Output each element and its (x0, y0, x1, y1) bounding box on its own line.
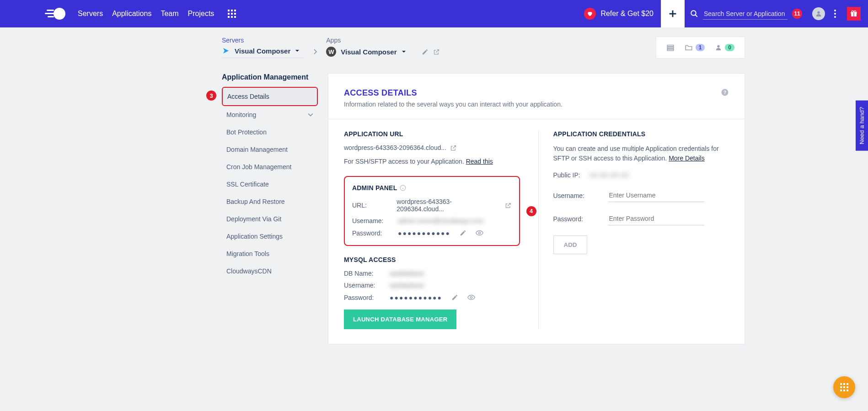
sidebar-item-access-details[interactable]: Access Details (222, 87, 318, 106)
svg-rect-17 (853, 12, 854, 16)
admin-username-label: Username: (352, 217, 389, 224)
mysql-db-label: DB Name: (344, 270, 380, 277)
svg-point-13 (691, 11, 696, 16)
pencil-icon[interactable] (422, 48, 429, 55)
server-selector[interactable]: Visual Composer (222, 47, 304, 58)
step-4-badge: 4 (526, 206, 536, 216)
svg-point-3 (54, 8, 65, 20)
crumb-servers-label[interactable]: Servers (222, 37, 304, 44)
refer-link[interactable]: Refer & Get $20 (584, 8, 654, 20)
info-icon[interactable] (400, 185, 406, 191)
nav-team[interactable]: Team (161, 10, 178, 18)
apps-grid-icon[interactable] (228, 10, 236, 18)
nav-links: Servers Applications Team Projects (78, 10, 214, 18)
svg-rect-9 (234, 13, 236, 15)
admin-password-value: ●●●●●●●●●●● (398, 230, 450, 237)
svg-rect-7 (228, 13, 230, 15)
cred-username-label: Username: (553, 192, 590, 199)
app-url-title: APPLICATION URL (344, 130, 520, 138)
nav-applications[interactable]: Applications (112, 10, 151, 18)
sidebar-item-ssl[interactable]: SSL Certificate (222, 176, 318, 193)
panel-subtitle: Information related to the several ways … (344, 101, 729, 108)
crumb-apps-label: Apps (326, 37, 439, 44)
svg-text:?: ? (723, 90, 726, 95)
cred-password-label: Password: (553, 215, 590, 223)
sidebar-item-backup[interactable]: Backup And Restore (222, 193, 318, 210)
meta-list-icon[interactable] (666, 43, 675, 52)
svg-point-19 (854, 11, 856, 12)
add-button[interactable]: ADD (553, 235, 588, 254)
nav-projects[interactable]: Projects (188, 10, 214, 18)
ssh-link[interactable]: Read this (466, 158, 493, 165)
mysql-username-label: Username: (344, 282, 380, 289)
external-link-icon[interactable] (450, 144, 457, 151)
svg-point-27 (478, 232, 480, 234)
pencil-icon[interactable] (451, 294, 458, 301)
meta-folder[interactable]: 1 (685, 43, 705, 52)
mysql-db-value: wpdatabase (390, 270, 424, 277)
sidebar-title: Application Management (222, 73, 318, 81)
chevron-down-icon (308, 112, 313, 117)
app-url-value[interactable]: wordpress-643363-2096364.cloud... (344, 144, 446, 151)
svg-rect-12 (234, 16, 236, 18)
logo[interactable] (44, 7, 70, 21)
app-name: Visual Composer (341, 48, 396, 56)
creds-title: APPLICATION CREDENTIALS (553, 130, 729, 138)
admin-url-value[interactable]: wordpress-643363-2096364.cloud... (396, 198, 496, 213)
svg-rect-8 (231, 13, 233, 15)
svg-rect-22 (667, 49, 674, 51)
app-selector[interactable]: W Visual Composer (326, 47, 439, 59)
admin-title: ADMIN PANEL (352, 184, 512, 192)
panel-title: ACCESS DETAILS (344, 88, 729, 98)
breadcrumb-separator (313, 48, 317, 56)
cred-username-input[interactable] (608, 189, 704, 202)
sidebar-item-app-settings[interactable]: Application Settings (222, 228, 318, 245)
ssh-text: For SSH/SFTP access to your Application. (344, 158, 466, 165)
chevron-down-icon (402, 49, 406, 54)
breadcrumb: Servers Visual Composer Apps W Visual Co… (123, 37, 745, 59)
meta-box: 1 0 (656, 37, 745, 59)
sidebar-item-bot-protection[interactable]: Bot Protection (222, 123, 318, 141)
external-link-icon[interactable] (505, 202, 512, 209)
eye-icon[interactable] (476, 229, 483, 237)
mysql-title: MYSQL ACCESS (344, 256, 520, 263)
main-panel: ? ACCESS DETAILS Information related to … (328, 73, 745, 344)
help-icon[interactable]: ? (721, 88, 729, 98)
admin-panel-box: 4 ADMIN PANEL URL: wordpress-643363-2096… (344, 176, 520, 246)
add-button[interactable] (661, 0, 685, 27)
avatar[interactable] (812, 7, 825, 20)
sidebar-item-domain-management[interactable]: Domain Management (222, 141, 318, 158)
svg-rect-21 (667, 47, 674, 48)
search-input[interactable] (703, 8, 788, 20)
svg-rect-6 (234, 10, 236, 11)
admin-username-value: admin-xxxxx@cloudways.com (398, 217, 484, 224)
svg-rect-1 (45, 13, 54, 14)
help-tab[interactable]: Need a hand? (856, 101, 868, 151)
gift-icon[interactable] (847, 7, 861, 21)
svg-rect-10 (228, 16, 230, 18)
eye-icon[interactable] (467, 294, 475, 301)
mysql-username-value: wpdatabase (390, 282, 424, 289)
external-link-icon[interactable] (433, 48, 440, 55)
creds-more-link[interactable]: More Details (669, 155, 705, 162)
ip-value: XX.XX.XX.XX (589, 171, 629, 179)
nav-servers[interactable]: Servers (78, 10, 103, 18)
meta-users[interactable]: 0 (715, 44, 734, 51)
sidebar-item-migration[interactable]: Migration Tools (222, 245, 318, 262)
sidebar-item-cron-job[interactable]: Cron Job Management (222, 158, 318, 176)
sidebar-item-cdn[interactable]: CloudwaysCDN (222, 262, 318, 280)
svg-rect-11 (231, 16, 233, 18)
kebab-menu-icon[interactable] (834, 10, 836, 18)
wordpress-icon: W (326, 47, 336, 57)
notification-badge[interactable]: 11 (792, 9, 802, 19)
sidebar-item-git[interactable]: Deployment Via Git (222, 210, 318, 228)
heart-icon (584, 8, 596, 20)
pencil-icon[interactable] (460, 230, 466, 236)
svg-point-14 (817, 11, 820, 14)
launch-db-button[interactable]: LAUNCH DATABASE MANAGER (344, 310, 456, 329)
sidebar-item-monitoring[interactable]: Monitoring (222, 106, 318, 123)
cred-password-input[interactable] (608, 212, 704, 225)
refer-text: Refer & Get $20 (600, 10, 654, 18)
ip-label: Public IP: (553, 171, 580, 179)
search-icon (690, 10, 698, 18)
